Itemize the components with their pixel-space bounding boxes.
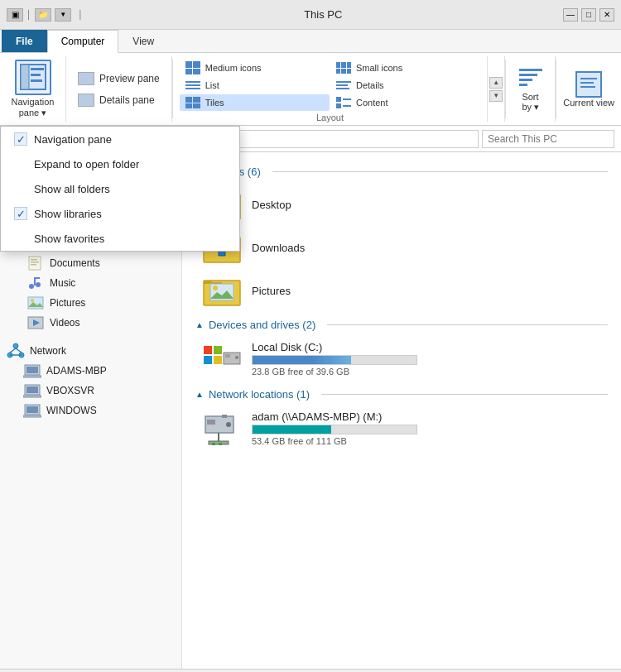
check-expand [14,157,27,170]
tiles-option[interactable]: Tiles [180,94,330,111]
sidebar-item-vboxsvr[interactable]: VBOXSVR [0,381,181,401]
sidebar-spacer-2 [0,333,181,341]
svg-rect-23 [29,257,41,270]
check-libraries: ✓ [14,207,27,220]
svg-rect-44 [23,376,41,377]
tab-computer[interactable]: Computer [47,30,119,53]
sidebar-item-network[interactable]: Network [0,341,181,361]
nav-pane-svg [20,64,46,90]
svg-rect-4 [31,79,42,82]
network-drive-content-icon [202,412,242,445]
sidebar-item-documents[interactable]: Documents [0,253,181,273]
sidebar-item-windows[interactable]: WINDOWS [0,401,181,420]
svg-rect-73 [225,354,230,358]
svg-rect-47 [23,396,41,397]
current-view-section: Current view [556,56,621,122]
section-header-folders: Folders (6) [195,166,608,178]
svg-rect-2 [31,68,44,70]
sidebar-item-music[interactable]: Music [0,273,181,293]
sort-icon [518,65,544,92]
sort-by-button[interactable]: Sort by ▾ [506,56,556,122]
folder-item-pictures[interactable]: Pictures [195,269,608,312]
svg-rect-30 [34,277,40,279]
list-option[interactable]: List [180,77,330,94]
drive-c-bar-container [252,355,417,365]
content-option[interactable]: Content [330,94,480,111]
ribbon-tabs: File Computer View [0,30,621,53]
local-disk-drive-icon [202,343,242,376]
dropdown-item-all-folders[interactable]: Show all folders [1,176,239,201]
nav-pane-dropdown: ✓ Navigation pane Expand to open folder … [0,126,240,252]
window-title: This PC [84,8,564,21]
svg-rect-76 [207,420,215,425]
svg-rect-43 [26,367,38,373]
preview-pane-option[interactable]: Preview pane [73,70,165,88]
svg-rect-46 [26,386,38,393]
navigation-pane-button[interactable]: Navigation pane ▾ [0,56,66,122]
drive-m-info: adam (\\ADAMS-MBP) (M:) 53.4 GB free of … [252,410,417,446]
drive-m-bar [253,425,331,434]
monitor-icon[interactable]: ▣ [7,8,23,22]
section-divider-network [321,394,608,395]
layout-scroll-down[interactable]: ▼ [489,90,503,102]
dropdown-item-expand[interactable]: Expand to open folder [1,151,239,176]
folder-icon[interactable]: 📁 [35,8,51,22]
layout-label: Layout [180,113,481,122]
dropdown-item-favorites[interactable]: Show favorites [1,226,239,251]
svg-rect-24 [31,259,37,261]
videos-lib-icon [26,315,45,330]
medium-icons-option[interactable]: Medium icons [180,60,330,76]
maximize-button[interactable]: □ [581,8,596,22]
section-header-devices: Devices and drives (2) [195,319,608,331]
adams-mbp-icon [23,363,41,378]
search-input[interactable] [482,130,614,148]
check-all-folders [14,182,27,195]
svg-line-39 [10,348,16,353]
layout-scroll-arrows: ▲ ▼ [488,56,505,122]
pictures-folder-icon [202,274,242,307]
minimize-button[interactable]: — [563,8,578,22]
svg-rect-49 [26,406,38,413]
svg-rect-82 [219,443,222,445]
close-button[interactable]: ✕ [599,8,614,22]
dropdown-item-nav-pane[interactable]: ✓ Navigation pane [1,127,239,151]
section-header-network: Network locations (1) [195,388,608,401]
sidebar-item-adams-mbp[interactable]: ADAMS-MBP [0,361,181,381]
pane-options: Preview pane Details pane [66,56,172,122]
svg-point-36 [13,343,18,348]
layout-section: Medium icons Small icons [173,56,489,122]
svg-rect-25 [31,262,39,263]
svg-rect-9 [576,72,601,97]
svg-point-74 [235,356,238,359]
details-option[interactable]: Details [330,77,480,94]
svg-point-32 [31,299,34,302]
details-pane-icon [78,94,94,107]
layout-scroll-up[interactable]: ▲ [489,77,503,89]
tab-file[interactable]: File [2,30,47,52]
dropdown-item-libraries[interactable]: ✓ Show libraries [1,201,239,226]
music-icon [26,276,45,290]
network-icon [7,343,25,358]
folder-item-desktop[interactable]: Desktop [195,183,608,226]
svg-rect-10 [580,78,597,79]
svg-line-40 [16,348,22,353]
details-pane-option[interactable]: Details pane [73,91,165,109]
svg-point-66 [213,286,218,290]
tiles-icon [185,96,201,109]
qat-icon[interactable]: ▼ [55,8,71,22]
windows-icon [23,403,41,418]
folder-item-downloads[interactable]: Downloads [195,226,608,269]
list-icon [185,79,201,92]
small-icons-option[interactable]: Small icons [330,60,480,76]
documents-icon [26,256,45,271]
svg-rect-71 [214,356,222,364]
nav-pane-label: Navigation pane ▾ [12,97,55,118]
drive-item-m[interactable]: adam (\\ADAMS-MBP) (M:) 53.4 GB free of … [195,406,608,451]
preview-pane-icon [78,72,94,85]
drive-item-c[interactable]: Local Disk (C:) 23.8 GB free of 39.6 GB [195,336,608,382]
medium-icons-icon [185,61,201,74]
sidebar-item-videos-lib[interactable]: Videos [0,313,181,333]
tab-view[interactable]: View [118,30,168,52]
section-divider-folders [272,171,608,172]
sidebar-item-pictures[interactable]: Pictures [0,293,181,313]
